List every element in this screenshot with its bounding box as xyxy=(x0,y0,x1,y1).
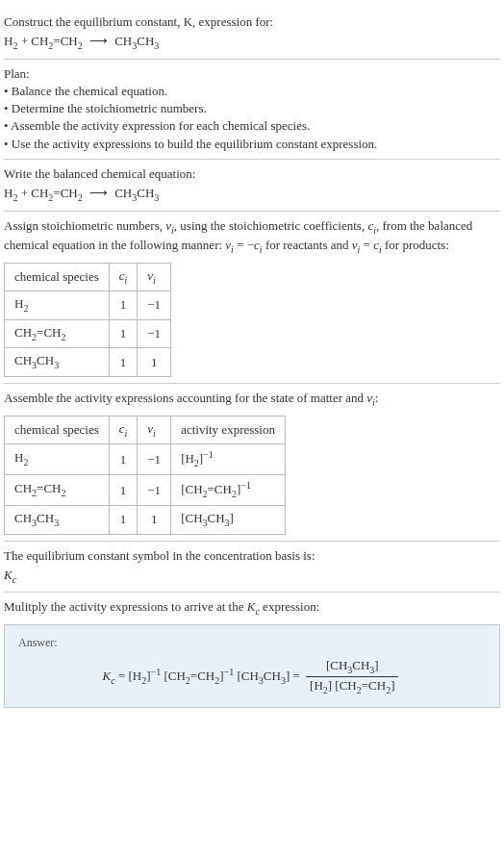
arrow-icon: ⟶ xyxy=(89,33,108,50)
table-row: H2 1 −1 [H2]−1 xyxy=(5,444,286,475)
cell-species: CH3CH3 xyxy=(5,348,110,377)
intro-equation: H2 + CH2=CH2 ⟶ CH3CH3 xyxy=(4,33,500,53)
cell-nu: −1 xyxy=(138,444,171,475)
kc-symbol-text: The equilibrium constant symbol in the c… xyxy=(4,547,500,565)
table-header-row: chemical species ci νi activity expressi… xyxy=(5,416,286,444)
arrow-icon: ⟶ xyxy=(89,185,108,202)
cell-species: H2 xyxy=(5,444,110,475)
cell-species: CH2=CH2 xyxy=(5,319,110,348)
plan-bullet: • Assemble the activity expression for e… xyxy=(4,117,500,135)
intro-section: Construct the equilibrium constant, K, e… xyxy=(4,8,500,60)
cell-nu: 1 xyxy=(138,348,171,377)
table-row: CH3CH3 1 1 xyxy=(5,348,171,377)
cell-c: 1 xyxy=(109,348,138,377)
table-row: CH3CH3 1 1 [CH3CH3] xyxy=(5,506,286,535)
col-species: chemical species xyxy=(5,263,110,291)
stoich-text: Assign stoichiometric numbers, νi, using… xyxy=(4,217,500,257)
table-row: CH2=CH2 1 −1 [CH2=CH2]−1 xyxy=(5,475,286,506)
fraction: [CH3CH3] [H2] [CH2=CH2] xyxy=(306,657,398,697)
cell-c: 1 xyxy=(109,444,138,475)
cell-nu: −1 xyxy=(138,291,171,320)
balanced-equation: H2 + CH2=CH2 ⟶ CH3CH3 xyxy=(4,185,500,205)
plan-title: Plan: xyxy=(4,65,500,83)
col-species: chemical species xyxy=(5,416,110,444)
plan-section: Plan: • Balance the chemical equation. •… xyxy=(4,60,500,160)
answer-equation: Kc = [H2]−1 [CH2=CH2]−1 [CH3CH3] = [CH3C… xyxy=(18,657,486,697)
cell-species: CH2=CH2 xyxy=(5,475,110,506)
cell-activity: [CH3CH3] xyxy=(171,506,286,535)
plan-bullet: • Balance the chemical equation. xyxy=(4,83,500,100)
cell-species: H2 xyxy=(5,291,110,320)
table-row: CH2=CH2 1 −1 xyxy=(5,319,171,348)
table-row: H2 1 −1 xyxy=(5,291,171,320)
plan-bullet: • Determine the stoichiometric numbers. xyxy=(4,100,500,117)
cell-activity: [H2]−1 xyxy=(171,444,286,475)
stoich-section: Assign stoichiometric numbers, νi, using… xyxy=(4,212,500,385)
col-nu: νi xyxy=(138,416,171,444)
col-activity: activity expression xyxy=(171,416,286,444)
cell-c: 1 xyxy=(109,291,138,320)
answer-label: Answer: xyxy=(18,635,486,651)
cell-nu: −1 xyxy=(138,319,171,348)
activity-section: Assemble the activity expressions accoun… xyxy=(4,384,500,542)
kc-symbol-section: The equilibrium constant symbol in the c… xyxy=(4,542,500,594)
col-c: ci xyxy=(109,263,138,291)
plan-bullet: • Use the activity expressions to build … xyxy=(4,136,500,153)
cell-c: 1 xyxy=(109,475,138,506)
multiply-text: Mulitply the activity expressions to arr… xyxy=(4,598,500,619)
balanced-title: Write the balanced chemical equation: xyxy=(4,165,500,183)
intro-text: Construct the equilibrium constant, K, e… xyxy=(4,13,500,31)
cell-species: CH3CH3 xyxy=(5,506,110,535)
table-header-row: chemical species ci νi xyxy=(5,263,171,291)
col-c: ci xyxy=(109,416,138,444)
cell-nu: 1 xyxy=(138,506,171,535)
kc-symbol: Kc xyxy=(4,567,500,587)
answer-box: Answer: Kc = [H2]−1 [CH2=CH2]−1 [CH3CH3]… xyxy=(4,624,500,708)
cell-activity: [CH2=CH2]−1 xyxy=(171,475,286,506)
stoich-table: chemical species ci νi H2 1 −1 CH2=CH2 1… xyxy=(4,263,171,377)
cell-nu: −1 xyxy=(138,475,171,506)
balanced-section: Write the balanced chemical equation: H2… xyxy=(4,160,500,212)
col-nu: νi xyxy=(138,263,171,291)
multiply-section: Mulitply the activity expressions to arr… xyxy=(4,593,500,714)
cell-c: 1 xyxy=(109,319,138,348)
cell-c: 1 xyxy=(109,506,138,535)
numerator: [CH3CH3] xyxy=(306,657,398,678)
intro-line: Construct the equilibrium constant, K, e… xyxy=(4,14,273,29)
denominator: [H2] [CH2=CH2] xyxy=(306,677,398,697)
activity-text: Assemble the activity expressions accoun… xyxy=(4,390,500,410)
activity-table: chemical species ci νi activity expressi… xyxy=(4,416,286,535)
